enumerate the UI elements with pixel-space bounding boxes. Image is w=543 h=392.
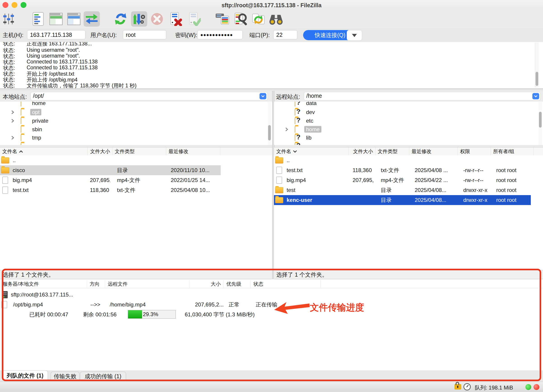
- local-tree-toggle-icon[interactable]: [48, 11, 64, 27]
- lock-icon[interactable]: [454, 384, 461, 390]
- tab-queued-files[interactable]: 列队的文件 (1): [2, 370, 48, 381]
- remote-tree-scrollbar-thumb[interactable]: [539, 112, 542, 128]
- elapsed-time: 已耗时 00:00:47: [29, 311, 68, 318]
- site-manager-icon[interactable]: [0, 11, 17, 27]
- column-header-permissions[interactable]: 权限: [458, 147, 491, 156]
- refresh-icon[interactable]: [113, 11, 129, 27]
- remaining-time: 剩余 00:01:56: [83, 311, 117, 318]
- local-tree-scrollbar[interactable]: [268, 102, 271, 145]
- queue-column-priority[interactable]: 优先级: [224, 280, 251, 288]
- remote-tree-toggle-icon[interactable]: [66, 11, 82, 27]
- remote-tree-scrollbar[interactable]: [538, 102, 542, 145]
- titlebar: sftp://root@163.177.115.138 - FileZilla: [0, 0, 543, 10]
- window-title: sftp://root@163.177.115.138 - FileZilla: [0, 2, 543, 9]
- tab-successful-transfers[interactable]: 成功的传输 (1): [80, 372, 126, 381]
- file-row-testtxt[interactable]: test.txt 118,360 txt-文件 2025/04/08 ... -…: [274, 165, 543, 175]
- tree-item-lib[interactable]: ?lib: [274, 134, 543, 142]
- queue-remote-file: /home/big.mp4: [110, 302, 146, 308]
- username-input[interactable]: [123, 30, 166, 39]
- remote-selection-status: 选择了 1 个文件夹。: [274, 270, 543, 279]
- tree-item-opt[interactable]: opt: [0, 108, 272, 117]
- file-row-test[interactable]: test 目录 2025/04/08... drwxr-xr-x root ro…: [274, 185, 543, 195]
- queue-transfer-row[interactable]: /opt/big.mp4 -->> /home/big.mp4 207,695,…: [0, 300, 537, 310]
- synchronized-browsing-icon[interactable]: [250, 11, 266, 27]
- folder-question-icon: ?: [295, 143, 295, 145]
- quickconnect-dropdown-button[interactable]: [347, 30, 362, 41]
- send-indicator-icon: [533, 384, 539, 390]
- file-row-testtxt[interactable]: test.txt 118,360 txt-文件 2025/04/08 10...: [0, 185, 272, 195]
- queue-column-remote[interactable]: 远程文件: [105, 280, 190, 288]
- host-input[interactable]: [27, 30, 85, 39]
- reconnect-icon[interactable]: [186, 11, 202, 27]
- disconnect-icon[interactable]: [167, 11, 184, 27]
- file-row-kenc-user-selected[interactable]: kenc-user 目录 2025/04/08... drwxr-xr-x ro…: [274, 195, 531, 205]
- expand-chevron-icon[interactable]: [285, 127, 288, 133]
- local-file-list: .. cisco 目录 2020/11/10 10... big.mp4 207…: [0, 155, 272, 270]
- column-header-filetype[interactable]: 文件类型: [113, 147, 166, 156]
- statusbar: 队列: 198.1 MiB: [0, 382, 543, 392]
- column-header-filetype[interactable]: 文件类型: [375, 147, 409, 156]
- file-row-parent[interactable]: ..: [274, 155, 543, 165]
- cancel-icon[interactable]: [149, 11, 165, 27]
- column-header-filesize[interactable]: 文件大小: [88, 147, 113, 156]
- expand-chevron-icon[interactable]: [11, 110, 14, 116]
- file-row-bigmp4[interactable]: big.mp4 207,695,2... mp4-文件 2022/01/25 1…: [0, 175, 272, 185]
- column-header-owner[interactable]: 所有者/组: [491, 147, 534, 156]
- dropdown-arrow-icon: [352, 34, 357, 39]
- tab-failed-transfers[interactable]: 传输失败: [51, 372, 79, 381]
- tree-item-dev[interactable]: ?dev: [274, 108, 543, 117]
- queue-tab-bar: 列队的文件 (1) 传输失败 成功的传输 (1): [0, 370, 543, 381]
- queue-column-server-local[interactable]: 服务器/本地文件: [0, 280, 87, 288]
- remote-site-dropdown-icon[interactable]: [532, 93, 539, 99]
- folder-question-icon: ?: [295, 118, 295, 124]
- column-header-filename[interactable]: 文件名: [274, 147, 349, 156]
- process-queue-icon[interactable]: [131, 11, 147, 27]
- column-header-filename[interactable]: 文件名: [0, 147, 88, 156]
- port-input[interactable]: [273, 30, 297, 39]
- column-header-modified[interactable]: 最近修改: [409, 147, 458, 156]
- local-site-dropdown-icon[interactable]: [260, 93, 266, 99]
- tree-item-home[interactable]: home: [0, 102, 272, 107]
- remote-site-input[interactable]: /home: [304, 92, 541, 101]
- tree-item-data[interactable]: ?data: [274, 102, 543, 107]
- queue-progress-row: 已耗时 00:00:47 剩余 00:01:56 29.3% 61,030,40…: [0, 310, 537, 319]
- expand-chevron-icon[interactable]: [11, 118, 14, 125]
- find-files-icon[interactable]: [233, 11, 249, 27]
- host-label: 主机(H):: [3, 31, 23, 39]
- log-scrollbar[interactable]: [535, 42, 539, 88]
- log-view-toggle-icon[interactable]: [30, 11, 46, 27]
- tree-item-private[interactable]: private: [0, 117, 272, 125]
- tree-item-sbin[interactable]: sbin: [0, 125, 272, 134]
- quickconnect-bar: 主机(H): 用户名(U): 密码(W): 端口(P): 快速连接(Q): [0, 28, 543, 42]
- log-scrollbar-thumb[interactable]: [536, 72, 538, 86]
- file-row-bigmp4[interactable]: big.mp4 207,695,... mp4-文件 2025/04/22 ..…: [274, 175, 543, 185]
- file-row-parent[interactable]: ..: [0, 155, 272, 165]
- password-input[interactable]: [198, 30, 243, 39]
- local-list-header: 文件名 文件大小 文件类型 最近修改: [0, 147, 272, 156]
- transfer-bytes: 61,030,400 字节 (1.3 MiB/秒): [185, 311, 255, 318]
- local-site-input[interactable]: /opt/: [30, 92, 268, 101]
- queue-size-label: 队列: 198.1 MiB: [475, 384, 513, 391]
- queue-column-size[interactable]: 大小: [190, 280, 224, 288]
- column-header-filesize[interactable]: 文件大小: [349, 147, 375, 156]
- transfer-queue-toggle-icon[interactable]: [84, 11, 100, 27]
- server-icon: [2, 291, 8, 298]
- tree-item-partial[interactable]: [0, 142, 272, 145]
- file-row-cisco[interactable]: cisco 目录 2020/11/10 10...: [0, 165, 272, 175]
- expand-chevron-icon[interactable]: [11, 135, 14, 142]
- directory-comparison-icon[interactable]: [214, 11, 230, 27]
- tree-item-home-remote[interactable]: home: [274, 125, 543, 134]
- tree-item-partial[interactable]: ?: [274, 142, 543, 145]
- remote-site-bar: 远程站点: /home: [274, 91, 543, 102]
- message-log: 状态:正在连接 163.177.115.138... 状态:Using user…: [0, 42, 543, 89]
- filter-binoculars-icon[interactable]: [268, 11, 284, 27]
- queue-server-row[interactable]: sftp://root@163.177.115...: [2, 290, 540, 300]
- tree-item-tmp[interactable]: tmp: [0, 134, 272, 142]
- speed-limit-icon[interactable]: [464, 383, 471, 390]
- local-tree-scrollbar-thumb[interactable]: [268, 125, 271, 140]
- queue-column-direction[interactable]: 方向: [87, 280, 105, 288]
- tree-item-etc[interactable]: ?etc: [274, 117, 543, 125]
- queue-column-status[interactable]: 状态: [251, 280, 321, 288]
- column-header-modified[interactable]: 最近修改: [166, 147, 220, 156]
- remote-site-label: 远程站点:: [276, 93, 300, 101]
